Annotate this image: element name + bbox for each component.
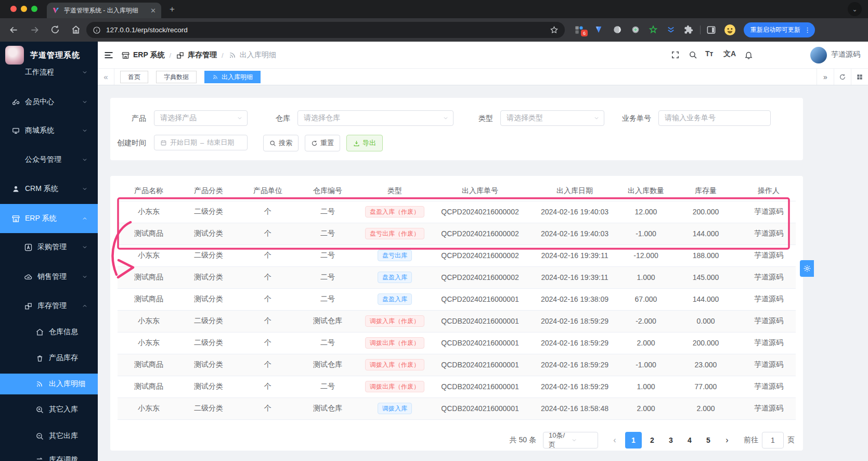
product-select[interactable]: 请选择产品 [154, 110, 248, 126]
page-number-3[interactable]: 3 [663, 432, 679, 449]
reload-icon[interactable] [50, 24, 61, 35]
table-row[interactable]: 小东东二级分类个二号调拨出库（作废）QCDB202402160000012024… [118, 332, 796, 354]
breadcrumb-item[interactable]: 出入库明细 [228, 50, 276, 60]
page-number-2[interactable]: 2 [644, 432, 660, 449]
fullscreen-icon[interactable] [671, 50, 680, 59]
breadcrumb-item[interactable]: 库存管理 [176, 50, 217, 60]
home-icon[interactable] [71, 24, 82, 35]
sidebar-item-3[interactable]: 商城系统 [0, 118, 98, 143]
sidebar-item-15[interactable]: 库存调拨 [0, 450, 98, 461]
forward-icon[interactable] [29, 24, 40, 35]
extension-sphere-icon[interactable] [613, 25, 623, 35]
tag-tab-3[interactable]: 出入库明细 [204, 71, 261, 83]
sidebar-item-5[interactable]: CRM 系统 [0, 176, 98, 201]
table-row[interactable]: 小东东二级分类个二号盘盈入库（作废）QCPD202402160000022024… [118, 201, 796, 223]
window-minimize-button[interactable] [21, 6, 27, 12]
language-icon[interactable]: 文A [723, 49, 736, 59]
page-size-select[interactable]: 10条/页 [543, 432, 598, 449]
sidebar-item-11[interactable]: 产品库存 [0, 348, 98, 368]
search-button[interactable]: 搜索 [263, 135, 299, 151]
sidebar-item-13[interactable]: 其它入库 [0, 399, 98, 420]
tags-scroll-right-icon[interactable]: » [817, 69, 834, 85]
window-close-button[interactable] [10, 6, 17, 12]
browser-update-button[interactable]: 重新启动即可更新 ⋮ [744, 22, 815, 37]
tags-scroll-left-icon[interactable]: « [98, 69, 114, 85]
warehouse-select[interactable]: 请选择仓库 [297, 110, 454, 126]
font-size-icon[interactable]: Tт [705, 49, 713, 58]
tag-tab-1[interactable]: 首页 [120, 71, 148, 83]
table-row[interactable]: 小东东二级分类个二号盘亏出库QCPD202402160000022024-02-… [118, 245, 796, 266]
table-row[interactable]: 小东东二级分类个测试仓库调拨入库QCDB202402160000012024-0… [118, 398, 796, 419]
type-badge: 调拨出库（作废） [365, 381, 424, 392]
user-avatar[interactable] [810, 47, 827, 63]
extension-chevrons-icon[interactable] [666, 25, 676, 35]
sidebar-item-4[interactable]: 公众号管理 [0, 147, 98, 172]
reset-button[interactable]: 重置 [305, 135, 340, 151]
sidebar-item-10[interactable]: 仓库信息 [0, 322, 98, 342]
page-number-1[interactable]: 1 [625, 432, 642, 449]
table-row[interactable]: 测试商品测试分类个二号调拨出库（作废）QCDB20240216000001202… [118, 376, 796, 398]
bizno-input[interactable]: 请输入业务单号 [658, 110, 771, 126]
collapse-menu-icon[interactable] [103, 50, 114, 60]
new-tab-button[interactable]: + [170, 4, 175, 15]
table-row[interactable]: 测试商品测试分类个测试仓库调拨入库（作废）QCDB202402160000012… [118, 354, 796, 376]
date-range-picker[interactable]: 开始日期 – 结束日期 [154, 135, 248, 150]
table-cell: 小东东 [118, 332, 180, 354]
extension-gem-icon[interactable] [594, 25, 604, 35]
table-cell: 2024-02-16 19:39:11 [527, 245, 622, 266]
sidebar-item-9[interactable]: 库存管理 [0, 294, 98, 317]
sidebar-item-12[interactable]: 出入库明细 [0, 374, 98, 394]
prev-page-icon[interactable]: ‹ [606, 432, 623, 449]
sidebar-item-7[interactable]: 采购管理 [0, 236, 98, 259]
back-icon[interactable] [8, 24, 19, 35]
table-row[interactable]: 测试商品测试分类个二号盘盈入库QCPD202402160000012024-02… [118, 288, 796, 310]
page-number-4[interactable]: 4 [681, 432, 698, 449]
page-number-5[interactable]: 5 [700, 432, 717, 449]
extension-ring-icon[interactable] [631, 25, 641, 35]
site-info-icon[interactable] [93, 26, 101, 34]
search-button-label: 搜索 [279, 138, 292, 148]
browser-tab[interactable]: 芋道管理系统 - 出入库明细 ✕ [47, 3, 161, 18]
notification-bell-icon[interactable] [744, 50, 753, 59]
url-bar[interactable]: 127.0.0.1/erp/stock/record [86, 22, 565, 38]
extension-star-icon[interactable] [649, 25, 658, 35]
table-row[interactable]: 小东东二级分类个测试仓库调拨入库（作废）QCDB2024021600000120… [118, 310, 796, 332]
type-badge: 盘盈入库 [378, 293, 412, 305]
browser-profile-avatar[interactable] [724, 24, 736, 36]
table-cell: 2024-02-16 19:40:03 [527, 201, 622, 223]
column-header: 库存量 [670, 181, 742, 201]
tab-close-icon[interactable]: ✕ [150, 7, 156, 15]
table-cell: 2024-02-16 19:40:03 [527, 223, 622, 245]
sidebar-item-8[interactable]: 销售管理 [0, 265, 98, 288]
table-row[interactable]: 测试商品测试分类个二号盘亏出库（作废）QCPD20240216000002202… [118, 223, 796, 245]
table-cell: 个 [237, 288, 299, 310]
table-cell: -2.000 [622, 310, 670, 332]
type-select[interactable]: 请选择类型 [500, 110, 604, 126]
table-row[interactable]: 测试商品测试分类个二号盘盈入库QCPD202402160000022024-02… [118, 266, 796, 288]
table-cell: 芋道源码 [742, 332, 796, 354]
tags-refresh-icon[interactable] [834, 69, 851, 85]
search-icon[interactable] [689, 50, 697, 59]
chevron-down-icon [82, 99, 88, 105]
username[interactable]: 芋道源码 [831, 50, 860, 59]
sidebar-item-14[interactable]: 其它出库 [0, 426, 98, 446]
tab-search-icon[interactable]: ⌄ [848, 2, 862, 16]
url-text[interactable]: 127.0.0.1/erp/stock/record [106, 26, 545, 34]
app-header: ERP 系统/库存管理/出入库明细 Tт 文A 芋道源码 [98, 42, 868, 69]
export-button[interactable]: 导出 [346, 135, 383, 151]
sidebar-item-2[interactable]: 会员中心 [0, 89, 98, 114]
browser-menu-icon[interactable]: ⋮ [804, 26, 811, 34]
settings-drawer-button[interactable] [800, 260, 814, 277]
next-page-icon[interactable]: › [719, 432, 735, 449]
extensions-puzzle-icon[interactable] [684, 25, 694, 35]
tag-tab-2[interactable]: 字典数据 [156, 71, 197, 83]
table-cell: 2024-02-16 18:59:29 [527, 354, 622, 376]
breadcrumb-item[interactable]: ERP 系统 [121, 50, 164, 60]
window-zoom-button[interactable] [31, 6, 37, 12]
app-logo[interactable]: 芋道管理系统 [0, 42, 98, 69]
side-panel-icon[interactable] [706, 25, 716, 35]
bookmark-star-icon[interactable] [550, 25, 559, 34]
goto-page-input[interactable] [762, 432, 784, 449]
layout-grid-icon[interactable] [851, 69, 868, 85]
sidebar-item-6[interactable]: ERP 系统 [0, 204, 98, 233]
